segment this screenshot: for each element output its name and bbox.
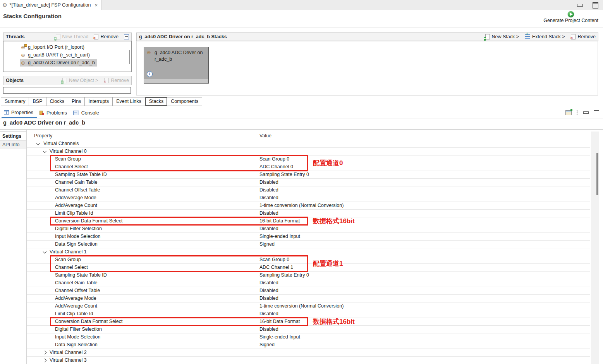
property-row[interactable]: Channel Offset TableDisabled: [27, 287, 590, 295]
property-row[interactable]: Add/Average ModeDisabled: [27, 295, 590, 302]
tab-interrupts[interactable]: Interrupts: [85, 97, 113, 106]
property-value[interactable]: Disabled: [259, 194, 590, 202]
property-value[interactable]: [259, 349, 590, 356]
property-value[interactable]: Disabled: [259, 310, 590, 318]
tab-event-links[interactable]: Event Links: [113, 97, 145, 106]
generate-project-content-button[interactable]: Generate Project Content: [543, 10, 598, 23]
property-row[interactable]: Virtual Channel 0: [27, 148, 590, 156]
remove-thread-button[interactable]: Remove: [94, 34, 119, 39]
objects-list[interactable]: [3, 87, 131, 94]
property-row[interactable]: Channel SelectADC Channel 0: [27, 163, 590, 171]
minimize-view-icon[interactable]: [583, 111, 589, 114]
property-row[interactable]: Add/Average Count1-time conversion (Norm…: [27, 202, 590, 210]
close-icon[interactable]: ×: [94, 2, 98, 8]
property-row[interactable]: Limit Clip Table IdDisabled: [27, 310, 590, 318]
property-value[interactable]: Disabled: [259, 279, 590, 287]
property-value[interactable]: Signed: [259, 241, 590, 248]
extend-stack-button[interactable]: Extend Stack >: [525, 34, 565, 39]
threads-scrollbar-thumb[interactable]: [129, 50, 130, 64]
view-tab-properties[interactable]: Properties: [2, 108, 37, 118]
property-row[interactable]: Channel Offset TableDisabled: [27, 186, 590, 194]
property-value[interactable]: Single-ended Input: [259, 333, 590, 341]
property-row[interactable]: Channel SelectADC Channel 1: [27, 264, 590, 272]
minimize-icon[interactable]: [577, 4, 583, 7]
view-tab-problems[interactable]: Problems: [37, 108, 71, 118]
property-value[interactable]: Scan Group 0: [259, 156, 590, 163]
property-row[interactable]: Scan GroupScan Group 0: [27, 256, 590, 264]
thread-item[interactable]: ⊕g_uart8 UART (r_sci_b_uart): [20, 51, 92, 59]
property-row[interactable]: Add/Average ModeDisabled: [27, 194, 590, 202]
property-row[interactable]: Sampling State Table IDSampling State En…: [27, 171, 590, 179]
collapse-all-icon[interactable]: [124, 34, 129, 39]
view-tab-console[interactable]: Console: [71, 108, 103, 118]
property-value[interactable]: Disabled: [259, 287, 590, 294]
thread-item[interactable]: ⊕g_adc0 ADC Driver on r_adc_b: [20, 59, 97, 67]
tab-clocks[interactable]: Clocks: [46, 97, 69, 106]
property-value[interactable]: 16-bit Data Format: [259, 217, 590, 225]
tab-summary[interactable]: Summary: [1, 97, 29, 106]
sidebar-item-settings[interactable]: Settings: [0, 132, 26, 140]
property-value[interactable]: Scan Group 0: [259, 256, 590, 263]
property-value[interactable]: Disabled: [259, 326, 590, 333]
property-value[interactable]: Disabled: [259, 225, 590, 232]
property-value[interactable]: Disabled: [259, 179, 590, 186]
property-value[interactable]: Sampling State Entry 0: [259, 272, 590, 279]
property-value[interactable]: Signed: [259, 341, 590, 349]
view-menu-icon[interactable]: [577, 110, 578, 115]
property-value[interactable]: ADC Channel 1: [259, 264, 590, 271]
property-row[interactable]: Channel Gain TableDisabled: [27, 279, 590, 287]
new-object-button[interactable]: New Object >: [62, 78, 98, 83]
property-row[interactable]: Virtual Channels: [27, 140, 590, 148]
property-value[interactable]: [259, 140, 590, 147]
property-row[interactable]: Digital Filter SelectionDisabled: [27, 326, 590, 333]
property-row[interactable]: Channel Gain TableDisabled: [27, 179, 590, 186]
property-row[interactable]: Virtual Channel 3: [27, 357, 590, 364]
property-row[interactable]: Conversion Data Format Select16-bit Data…: [27, 217, 590, 225]
property-row[interactable]: Limit Clip Table IdDisabled: [27, 210, 590, 217]
play-icon[interactable]: [568, 11, 574, 17]
property-value[interactable]: Disabled: [259, 210, 590, 217]
property-row[interactable]: Scan GroupScan Group 0: [27, 156, 590, 163]
property-row[interactable]: Data Sign SelectionSigned: [27, 241, 590, 248]
remove-object-button[interactable]: Remove: [104, 78, 129, 83]
property-row[interactable]: Digital Filter SelectionDisabled: [27, 225, 590, 233]
view-tabs: PropertiesProblemsConsole: [2, 108, 103, 118]
property-row[interactable]: Data Sign SelectionSigned: [27, 341, 590, 349]
property-value[interactable]: 16-bit Data Format: [259, 318, 590, 325]
property-row[interactable]: Virtual Channel 1: [27, 248, 590, 256]
sidebar-item-api-info[interactable]: API Info: [0, 140, 26, 149]
property-row[interactable]: Sampling State Table IDSampling State En…: [27, 272, 590, 279]
property-row[interactable]: Input Mode SelectionSingle-ended Input: [27, 333, 590, 341]
generate-label[interactable]: Generate Project Content: [543, 18, 598, 23]
property-value[interactable]: Single-ended Input: [259, 233, 590, 240]
new-thread-button[interactable]: New Thread: [56, 34, 89, 39]
properties-scrollbar-thumb[interactable]: [596, 153, 598, 195]
property-value[interactable]: Disabled: [259, 295, 590, 302]
thread-item[interactable]: ⊕g_ioport I/O Port (r_ioport): [20, 43, 86, 51]
property-value[interactable]: [259, 148, 590, 155]
tab-components[interactable]: Components: [167, 97, 202, 106]
property-row[interactable]: Virtual Channel 2: [27, 349, 590, 357]
tab-stacks[interactable]: Stacks: [145, 97, 168, 106]
stack-card[interactable]: ⊕ g_adc0 ADC Driver on r_adc_b: [144, 47, 209, 84]
property-value[interactable]: 1-time conversion (Normal Conversion): [259, 202, 590, 209]
property-row[interactable]: Conversion Data Format Select16-bit Data…: [27, 318, 590, 326]
property-value[interactable]: ADC Channel 0: [259, 163, 590, 171]
tab-pins[interactable]: Pins: [68, 97, 85, 106]
property-value[interactable]: Sampling State Entry 0: [259, 171, 590, 178]
maximize-view-icon[interactable]: [594, 110, 599, 115]
new-stack-button[interactable]: New Stack >: [485, 34, 519, 39]
properties-scrollbar[interactable]: [591, 132, 599, 364]
info-icon[interactable]: [147, 71, 153, 77]
property-value[interactable]: [259, 248, 590, 256]
property-value[interactable]: Disabled: [259, 186, 590, 194]
tab-bsp[interactable]: BSP: [29, 97, 46, 106]
property-value[interactable]: [259, 357, 590, 364]
editor-tab[interactable]: ⚙ *[Titan_driver_adc] FSP Configuration …: [0, 0, 102, 10]
maximize-icon[interactable]: [593, 2, 598, 9]
property-value[interactable]: 1-time conversion (Normal Conversion): [259, 302, 590, 310]
remove-stack-button[interactable]: Remove: [571, 34, 596, 39]
property-row[interactable]: Add/Average Count1-time conversion (Norm…: [27, 302, 590, 310]
property-row[interactable]: Input Mode SelectionSingle-ended Input: [27, 233, 590, 241]
restore-view-icon[interactable]: [565, 110, 572, 115]
